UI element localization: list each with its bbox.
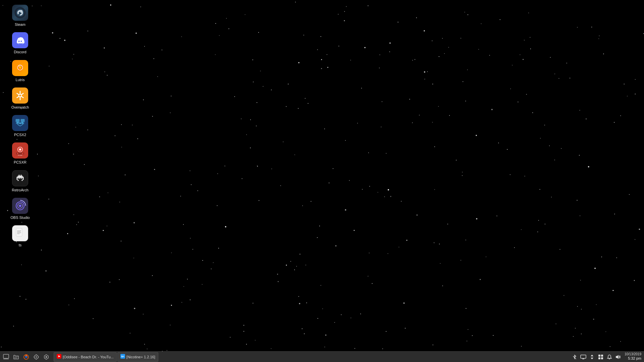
svg-rect-27 xyxy=(21,178,22,179)
pcsxr-label: PCSXR xyxy=(14,160,26,165)
steam-icon xyxy=(12,5,28,21)
ts-file-icon-item[interactable]: ts xyxy=(7,224,34,249)
system-clock[interactable]: 10/13/2019 5:32 pm xyxy=(625,353,641,361)
svg-rect-19 xyxy=(19,175,20,176)
svg-rect-23 xyxy=(22,176,23,177)
nicotine-app-label: [Nicotine+ 1.2.16] xyxy=(126,355,155,359)
taskbar-app5[interactable] xyxy=(42,352,51,362)
svg-rect-20 xyxy=(21,175,22,176)
youtube-app-label: [Oddisee - Beach Dr. - YouTu... xyxy=(63,355,114,359)
svg-rect-29 xyxy=(17,179,18,180)
pcsx2-icon: PCSX2 xyxy=(12,115,28,131)
svg-rect-68 xyxy=(601,357,603,359)
lutris-label: Lutris xyxy=(16,77,25,82)
ts-file-icon xyxy=(12,225,28,241)
svg-point-13 xyxy=(19,148,21,150)
taskbar-firefox[interactable] xyxy=(21,352,31,362)
svg-rect-32 xyxy=(22,180,23,181)
obs-studio-icon xyxy=(12,198,28,214)
ts-label: ts xyxy=(19,243,22,247)
svg-point-48 xyxy=(25,356,27,358)
retroarch-icon-item[interactable]: RetroArch xyxy=(7,169,34,194)
desktop-icons-area: Steam Discord Lutris xyxy=(7,3,34,249)
overwatch-label: Overwatch xyxy=(11,105,29,110)
svg-rect-26 xyxy=(19,178,20,179)
grid-systray-icon[interactable] xyxy=(597,353,604,361)
svg-rect-21 xyxy=(18,176,19,177)
svg-point-16 xyxy=(22,153,23,155)
svg-text:PCSXR: PCSXR xyxy=(18,155,22,156)
volume-systray-icon[interactable] xyxy=(614,353,622,361)
svg-point-50 xyxy=(36,356,37,358)
svg-rect-30 xyxy=(23,179,24,180)
network-systray-icon[interactable] xyxy=(588,353,596,361)
retroarch-label: RetroArch xyxy=(12,188,29,192)
taskbar-nicotine-app[interactable]: N+ [Nicotine+ 1.2.16] xyxy=(117,352,158,362)
svg-rect-28 xyxy=(23,178,24,179)
steam-icon-item[interactable]: Steam xyxy=(7,3,34,28)
overwatch-icon xyxy=(12,87,28,104)
svg-rect-25 xyxy=(17,178,18,179)
steam-label: Steam xyxy=(15,22,25,27)
taskbar-systray: 10/13/2019 5:32 pm xyxy=(568,352,644,362)
svg-rect-42 xyxy=(3,354,9,358)
svg-marker-64 xyxy=(591,358,593,359)
pcsxr-icon: PCSXR xyxy=(12,142,28,159)
discord-icon-item[interactable]: Discord xyxy=(7,31,34,56)
svg-rect-24 xyxy=(17,177,24,178)
youtube-favicon xyxy=(57,354,61,360)
discord-label: Discord xyxy=(14,50,26,54)
svg-rect-9 xyxy=(16,119,20,122)
obs-label: OBS Studio xyxy=(10,215,30,220)
svg-marker-63 xyxy=(591,355,593,356)
lutris-icon-item[interactable]: Lutris xyxy=(7,59,34,83)
retroarch-icon xyxy=(12,170,28,186)
clock-time: 5:32 pm xyxy=(628,356,641,361)
taskbar-youtube-app[interactable]: [Oddisee - Beach Dr. - YouTu... xyxy=(54,352,117,362)
svg-point-6 xyxy=(19,94,21,97)
svg-point-15 xyxy=(17,153,18,155)
taskbar-launchers xyxy=(0,352,52,362)
display-systray-icon[interactable] xyxy=(580,353,587,361)
svg-rect-22 xyxy=(19,176,22,177)
lutris-icon xyxy=(12,60,28,76)
discord-icon xyxy=(12,32,28,48)
svg-rect-65 xyxy=(598,355,600,357)
starfield-background xyxy=(0,0,644,362)
svg-marker-69 xyxy=(616,355,619,359)
svg-text:PCSX2: PCSX2 xyxy=(16,122,24,125)
svg-point-55 xyxy=(46,356,47,358)
bluetooth-systray-icon[interactable] xyxy=(571,353,578,361)
svg-rect-60 xyxy=(581,355,586,358)
svg-rect-67 xyxy=(598,357,600,359)
obs-icon-item[interactable]: OBS Studio xyxy=(7,196,34,221)
notifications-systray-icon[interactable] xyxy=(606,353,613,361)
pcsxr-icon-item[interactable]: PCSXR PCSXR xyxy=(7,141,34,166)
taskbar-app4[interactable] xyxy=(32,352,41,362)
svg-rect-10 xyxy=(21,119,25,122)
svg-rect-66 xyxy=(601,355,603,357)
svg-point-36 xyxy=(19,204,21,207)
nicotine-favicon: N+ xyxy=(120,354,125,360)
overwatch-icon-item[interactable]: Overwatch xyxy=(7,86,34,111)
clock-date: 10/13/2019 xyxy=(625,353,641,356)
svg-rect-31 xyxy=(18,180,19,181)
taskbar-file-manager[interactable] xyxy=(11,352,21,362)
pcsx2-icon-item[interactable]: PCSX2 PCSX2 xyxy=(7,114,34,138)
svg-rect-18 xyxy=(14,172,26,184)
taskbar-running-apps: [Oddisee - Beach Dr. - YouTu... N+ [Nico… xyxy=(52,352,568,362)
taskbar-show-desktop[interactable] xyxy=(1,352,11,362)
svg-text:N+: N+ xyxy=(121,355,124,358)
taskbar: [Oddisee - Beach Dr. - YouTu... N+ [Nico… xyxy=(0,351,644,362)
svg-rect-37 xyxy=(16,228,22,236)
pcsx2-label: PCSX2 xyxy=(14,132,26,137)
